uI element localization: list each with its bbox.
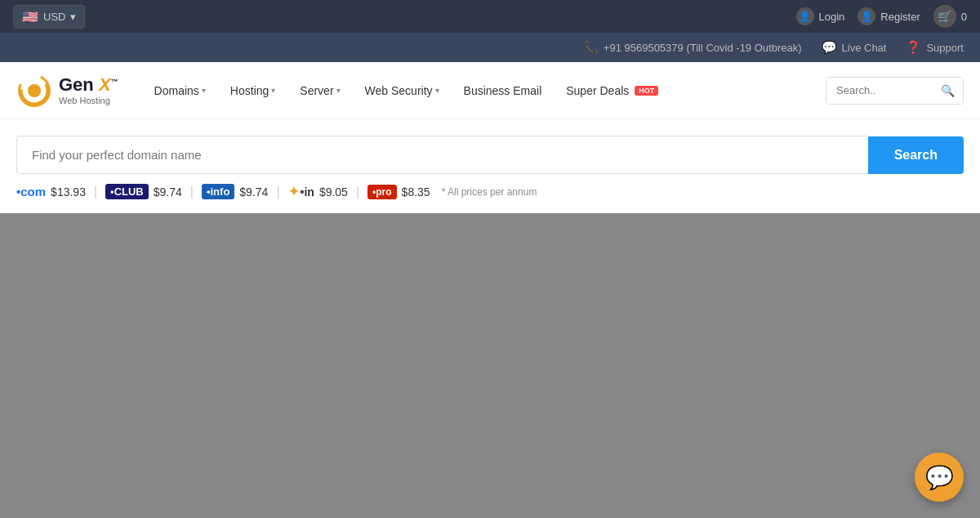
- tld-pro: •pro: [368, 185, 397, 199]
- login-label: Login: [819, 11, 845, 23]
- nav-hosting[interactable]: Hosting ▾: [219, 78, 287, 104]
- header-search-input[interactable]: [826, 78, 933, 103]
- domain-search-section: Search •com $13.93 | •CLUB $9.74 | •info…: [0, 119, 980, 213]
- support-item[interactable]: ❓ Support: [906, 40, 964, 55]
- header-search-button[interactable]: 🔍: [933, 78, 963, 104]
- cart-count: 0: [961, 11, 967, 23]
- price-pro: $8.35: [402, 185, 430, 199]
- sep1: |: [94, 185, 97, 199]
- pricing-note: * All prices per annum: [442, 186, 537, 198]
- nav-server[interactable]: Server ▾: [288, 78, 351, 104]
- nav-domains-arrow: ▾: [202, 86, 206, 95]
- tld-info: •info: [202, 184, 234, 199]
- hot-badge: HOT: [635, 86, 658, 96]
- nav-websecurity-label: Web Security: [365, 84, 433, 97]
- main-nav: Domains ▾ Hosting ▾ Server ▾ Web Securit…: [143, 78, 817, 104]
- nav-businessemail[interactable]: Business Email: [452, 78, 554, 104]
- logo-icon: [16, 73, 52, 109]
- flag-icon: 🇺🇸: [22, 9, 38, 25]
- currency-label: USD: [43, 11, 65, 23]
- svg-point-1: [28, 84, 41, 97]
- price-com: $13.93: [51, 185, 86, 199]
- cart-icon: 🛒: [933, 5, 956, 28]
- nav-businessemail-label: Business Email: [464, 84, 542, 97]
- currency-selector[interactable]: 🇺🇸 USD ▾: [13, 5, 85, 29]
- tld-club: •CLUB: [105, 184, 149, 199]
- header: Gen X™ Web Hosting Domains ▾ Hosting ▾ S…: [0, 62, 980, 119]
- domain-com: •com $13.93: [16, 185, 86, 199]
- top-bar-right: 👤 Login 👤 Register 🛒 0: [796, 5, 967, 28]
- domain-search-button[interactable]: Search: [868, 136, 964, 174]
- nav-domains[interactable]: Domains ▾: [143, 78, 217, 104]
- chat-widget[interactable]: 💬: [915, 453, 964, 502]
- domain-search-input[interactable]: [16, 136, 868, 174]
- contact-bar: 📞 +91 9569505379 (Till Covid -19 Outbrea…: [0, 33, 980, 62]
- tld-in: ✦•in: [288, 184, 314, 199]
- nav-hosting-arrow: ▾: [271, 86, 275, 95]
- header-search-box: 🔍: [826, 77, 964, 105]
- domain-search-bar: Search: [16, 136, 964, 174]
- register-icon: 👤: [858, 7, 875, 25]
- sep3: |: [276, 185, 279, 199]
- domain-in: ✦•in $9.05: [288, 184, 348, 199]
- phone-item: 📞 +91 9569505379 (Till Covid -19 Outbrea…: [583, 40, 802, 55]
- chat-icon: 💬: [822, 40, 837, 55]
- register-link[interactable]: 👤 Register: [858, 7, 920, 25]
- sep4: |: [356, 185, 359, 199]
- domain-club: •CLUB $9.74: [105, 184, 182, 199]
- price-info: $9.74: [239, 185, 268, 199]
- domain-pro: •pro $8.35: [368, 185, 430, 199]
- livechat-item[interactable]: 💬 Live Chat: [822, 40, 887, 55]
- nav-superdeals-label: Super Deals: [566, 84, 629, 97]
- logo-text: Gen X™ Web Hosting: [59, 75, 118, 105]
- register-label: Register: [880, 11, 920, 23]
- top-bar: 🇺🇸 USD ▾ 👤 Login 👤 Register 🛒 0: [0, 0, 980, 33]
- login-link[interactable]: 👤 Login: [796, 7, 845, 25]
- chat-bubble-icon: 💬: [925, 464, 954, 491]
- login-icon: 👤: [796, 7, 814, 25]
- top-bar-left: 🇺🇸 USD ▾: [13, 5, 85, 29]
- main-content: [0, 213, 980, 518]
- domain-pricing-strip: •com $13.93 | •CLUB $9.74 | •info $9.74 …: [16, 184, 964, 199]
- nav-hosting-label: Hosting: [230, 84, 269, 97]
- phone-number: +91 9569505379 (Till Covid -19 Outbreak): [604, 42, 802, 54]
- currency-arrow: ▾: [70, 11, 76, 23]
- support-icon: ❓: [906, 40, 921, 55]
- livechat-label: Live Chat: [842, 42, 887, 54]
- domain-info: •info $9.74: [202, 184, 268, 199]
- support-label: Support: [926, 42, 964, 54]
- price-club: $9.74: [154, 185, 182, 199]
- nav-server-label: Server: [300, 84, 333, 97]
- nav-server-arrow: ▾: [336, 86, 341, 95]
- cart-link[interactable]: 🛒 0: [933, 5, 967, 28]
- price-in: $9.05: [319, 185, 348, 199]
- tld-com: •com: [16, 185, 46, 199]
- nav-superdeals[interactable]: Super Deals HOT: [555, 78, 670, 104]
- sun-icon: ✦: [288, 184, 299, 199]
- phone-icon: 📞: [583, 40, 599, 55]
- nav-websecurity-arrow: ▾: [435, 86, 439, 95]
- logo[interactable]: Gen X™ Web Hosting: [16, 73, 118, 109]
- nav-domains-label: Domains: [154, 84, 199, 97]
- sep2: |: [190, 185, 194, 199]
- nav-websecurity[interactable]: Web Security ▾: [354, 78, 451, 104]
